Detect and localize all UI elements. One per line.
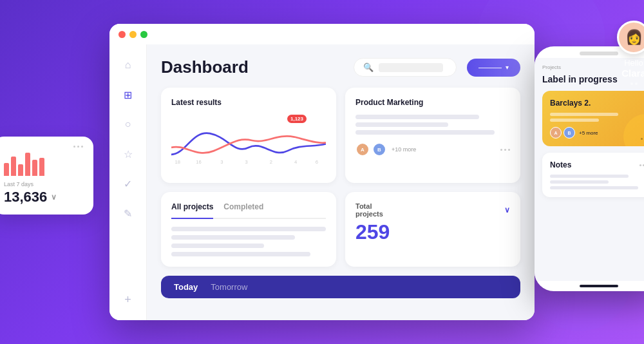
total-label-text: Total projects [355,202,383,218]
chart-badge: 1,123 [287,115,307,123]
mac-titlebar [109,24,535,44]
proj-lines [171,227,326,256]
today-bar: Today Tomorrow [161,276,520,298]
search-input-placeholder [379,63,443,72]
sidebar-bottom: + [120,292,136,307]
bar-5 [32,160,37,176]
proj-line-3 [171,244,264,248]
phone-notch [580,52,618,55]
phone-home-indicator[interactable] [580,285,618,287]
bar-4 [25,153,30,176]
pm-more-text: +10 more [392,146,416,153]
dashboard-header: Dashboard 🔍 ——— ▾ [161,57,520,77]
barclays-avatar-2: B [564,127,575,139]
bottom-row: All projects Completed [161,192,520,267]
user-name: Clara [621,68,644,79]
pm-line-3 [355,130,495,135]
svg-text:6: 6 [316,159,318,165]
sidebar-add-button[interactable]: + [120,292,136,307]
stat-chevron-icon: ∨ [51,193,57,202]
bar-1 [4,163,9,176]
sidebar-item-star[interactable]: ☆ [120,146,136,162]
proj-line-2 [171,235,295,240]
barclays-menu-dots[interactable] [641,138,644,140]
notes-card: Notes [542,153,644,197]
chart-area: 1,123 18 16 3 3 2 [171,115,326,173]
chart-card-title: Latest results [171,98,326,107]
bar-2 [11,157,16,176]
tab-completed[interactable]: Completed [223,202,263,214]
main-area: Dashboard 🔍 ——— ▾ Latest results [147,44,535,320]
notes-line-1 [550,175,629,178]
barclays-title: Barclays 2. [550,99,644,108]
sidebar-item-check[interactable]: ✓ [120,176,136,191]
avatar: 👩 [617,21,644,54]
mini-bar-chart [4,153,83,176]
total-number: 259 [355,220,510,244]
svg-text:4: 4 [294,159,298,165]
hello-dots [630,82,638,85]
mac-window: ⌂ ⊞ ○ ☆ ✓ ✎ + Dashboard 🔍 [109,24,535,320]
proj-line-4 [171,252,310,256]
cards-grid: Latest results 1,123 18 16 [161,88,520,183]
today-tab[interactable]: Today [174,282,198,292]
sidebar-item-home[interactable]: ⌂ [120,57,136,73]
search-bar[interactable]: 🔍 [354,58,457,77]
pm-line-2 [355,122,448,127]
svg-text:3: 3 [245,159,248,165]
sidebar-item-clock[interactable]: ○ [120,117,136,132]
close-dot[interactable] [118,31,126,38]
tab-all-projects[interactable]: All projects [171,202,213,219]
total-label: Total projects ∨ [355,202,510,218]
notes-header: Notes [550,160,644,169]
product-marketing-title: Product Marketing [355,98,510,107]
barclays-card: Barclays 2. A B +5 more [542,91,644,146]
barclays-avatar-1: A [550,127,562,139]
barclays-line-1 [550,113,618,116]
action-button[interactable]: ——— ▾ [467,59,520,77]
chevron-down-icon: ▾ [506,64,509,71]
phone-section-label: Projects [542,64,561,70]
svg-text:2: 2 [270,159,272,165]
product-marketing-card: Product Marketing A B +10 more [345,88,520,183]
search-icon: 🔍 [363,62,374,72]
notes-line-3 [550,186,638,189]
pm-menu-dots[interactable] [500,149,510,151]
notes-title: Notes [550,160,571,169]
projects-card: All projects Completed [161,192,336,267]
notes-lines [550,175,644,189]
sidebar-item-pen[interactable]: ✎ [120,205,136,221]
minimize-dot[interactable] [129,31,137,38]
bar-6 [39,158,44,176]
pm-avatars: A B +10 more [355,142,510,157]
pm-line-1 [355,115,479,119]
avatar-1: A [355,142,370,157]
stat-value: 13,636 ∨ [4,189,83,205]
chart-card: Latest results 1,123 18 16 [161,88,336,183]
sidebar: ⌂ ⊞ ○ ☆ ✓ ✎ + [109,44,147,320]
phone-content: Projects 🔍 Label in progress Barclays 2.… [535,58,644,281]
maximize-dot[interactable] [140,31,147,38]
tomorrow-tab[interactable]: Tomorrow [211,282,247,292]
notes-line-2 [550,180,609,184]
total-projects-card: Total projects ∨ 259 [345,192,520,267]
page-title: Dashboard [161,57,343,77]
outer-wrapper: Last 7 days 13,636 ∨ ⌂ ⊞ ○ ☆ ✓ ✎ + [13,14,631,330]
barclays-more-text: +5 more [579,130,598,136]
sidebar-item-grid[interactable]: ⊞ [120,87,136,102]
projects-tabs: All projects Completed [171,202,326,219]
svg-text:18: 18 [175,159,180,165]
hello-card: 👩 Hello Clara [617,21,644,85]
bar-3 [18,164,23,176]
mac-content: ⌂ ⊞ ○ ☆ ✓ ✎ + Dashboard 🔍 [109,44,535,320]
barclays-line-2 [550,119,599,122]
pm-lines [355,115,510,135]
greeting-text: Hello [624,58,643,68]
total-chevron-icon: ∨ [504,205,510,215]
stat-card-dots [4,146,83,148]
notes-menu-dots[interactable] [639,164,644,166]
svg-text:16: 16 [196,159,201,165]
avatar-2: B [372,142,386,157]
stat-label: Last 7 days [4,181,83,187]
proj-line-1 [171,227,326,231]
